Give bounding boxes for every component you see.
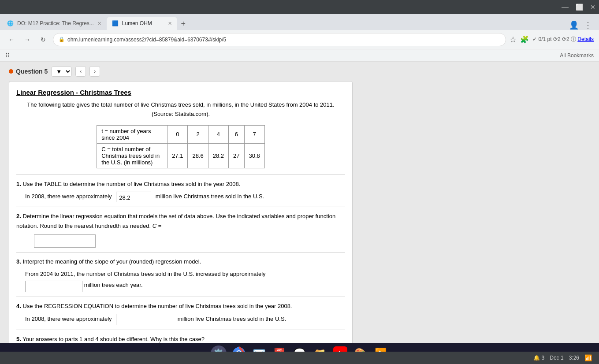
part4-input[interactable] [116, 314, 173, 325]
part5-text: Your answers to parts 1 and 4 should be … [22, 336, 205, 342]
date-display: Dec 1 [550, 355, 563, 361]
bookmark-bar: ⠿ All Bookmarks [0, 49, 599, 62]
wifi-icon: 📶 [584, 354, 592, 361]
menu-icon[interactable]: ⋮ [584, 20, 592, 30]
question-title: Question 5 [16, 68, 48, 75]
table-c0: 27.1 [167, 143, 188, 168]
part1-sentence: In 2008, there were approximately [25, 193, 112, 200]
apps-icon[interactable]: ⠿ [5, 52, 10, 59]
extensions-icon[interactable]: 🧩 [520, 35, 529, 44]
new-tab-btn[interactable]: + [177, 18, 190, 30]
reload-btn[interactable]: ↻ [37, 33, 49, 46]
lock-icon: 🔒 [59, 37, 65, 42]
content-area: Question 5 ▼ ‹ › Linear Regression - Chr… [0, 62, 599, 343]
url-text: ohm.lumenlearning.com/assess2/?cid=85879… [67, 37, 226, 43]
tab-active-icon: 🟦 [112, 20, 119, 26]
table-header-c: C = total number of Christmas trees sold… [97, 143, 167, 168]
tab-icon: 🌐 [7, 20, 14, 26]
title-bar: — ⬜ ✕ [0, 0, 599, 14]
time-display: 3:26 [569, 355, 579, 361]
table-t4: 4 [208, 125, 228, 143]
next-question-btn[interactable]: › [89, 66, 100, 77]
table-t6: 6 [229, 125, 244, 143]
table-t7: 7 [244, 125, 264, 143]
question-section-title: Linear Regression - Christmas Trees [16, 89, 345, 96]
part1-text: Use the TABLE to determine the number of… [22, 181, 240, 187]
minimize-btn[interactable]: — [562, 3, 569, 11]
part3-input[interactable] [25, 281, 82, 292]
tab-active-label: Lumen OHM [122, 20, 152, 26]
part4-suffix: million live Christmas trees sold in the… [178, 316, 286, 323]
part2-text: Determine the linear regression equation… [16, 213, 335, 229]
intro-text: The following table gives the total numb… [16, 100, 345, 119]
part4-answer-row: In 2008, there were approximately millio… [16, 314, 345, 325]
part4-number: 4. [16, 303, 21, 309]
question-part4: 4. Use the REGRESSION EQUATION to determ… [16, 297, 345, 325]
question-box: Linear Regression - Christmas Trees The … [9, 81, 353, 343]
window-controls: — ⬜ ✕ [562, 3, 595, 11]
browser-frame: — ⬜ ✕ 🌐 DO: M12 Practice: The Regres... … [0, 0, 599, 364]
profile-icon[interactable]: 👤 [569, 20, 579, 30]
table-t2: 2 [188, 125, 208, 143]
back-btn[interactable]: ← [5, 33, 18, 46]
question-label: Question 5 [9, 68, 48, 75]
taskbar: ⚙️ ✉️ 📅 💬 📁 [0, 343, 599, 364]
table-t0: 0 [167, 125, 188, 143]
part1-instruction: 1. Use the TABLE to determine the number… [16, 179, 345, 189]
tab-lumen[interactable]: 🟦 Lumen OHM ✕ [107, 17, 177, 30]
part4-text: Use the REGRESSION EQUATION to determine… [22, 303, 292, 309]
notification-badge: 🔔 3 [533, 355, 544, 361]
table-header-t: t = number of years since 2004 [97, 125, 167, 143]
question-select[interactable]: ▼ [51, 67, 72, 77]
part3-instruction: 3. Interpret the meaning of the slope of… [16, 257, 345, 267]
prev-question-btn[interactable]: ‹ [75, 66, 86, 77]
part3-answer-row: From 2004 to 2011, the number of Christm… [16, 269, 345, 292]
part3-number: 3. [16, 258, 21, 265]
part2-number: 2. [16, 213, 21, 219]
question-part2: 2. Determine the linear regression equat… [16, 207, 345, 248]
question-part5: 5. Your answers to parts 1 and 4 should … [16, 330, 345, 343]
address-bar[interactable]: 🔒 ohm.lumenlearning.com/assess2/?cid=858… [53, 33, 506, 46]
table-c6: 27 [229, 143, 244, 168]
table-c4: 28.2 [208, 143, 228, 168]
part3-sentence: From 2004 to 2011, the number of Christm… [25, 271, 266, 277]
nav-bar: ← → ↻ 🔒 ohm.lumenlearning.com/assess2/?c… [0, 30, 599, 49]
question-dot [9, 69, 13, 74]
part1-number: 1. [16, 181, 21, 187]
question-nav: Question 5 ▼ ‹ › [9, 66, 590, 77]
question-part1: 1. Use the TABLE to determine the number… [16, 175, 345, 202]
question-part3: 3. Interpret the meaning of the slope of… [16, 252, 345, 292]
part3-suffix: million trees each year. [84, 282, 143, 289]
table-c2: 28.6 [188, 143, 208, 168]
part1-input[interactable]: 28.2 [116, 192, 151, 202]
part4-instruction: 4. Use the REGRESSION EQUATION to determ… [16, 301, 345, 311]
part3-text: Interpret the meaning of the slope of yo… [22, 258, 201, 265]
part2-input[interactable] [34, 234, 96, 248]
tab-close-btn[interactable]: ✕ [97, 21, 101, 26]
star-icon[interactable]: ☆ [510, 35, 517, 45]
forward-btn[interactable]: → [21, 33, 33, 46]
table-c7: 30.8 [244, 143, 264, 168]
tab-practice[interactable]: 🌐 DO: M12 Practice: The Regres... ✕ [2, 17, 107, 30]
part1-suffix: million live Christmas trees sold in the… [156, 193, 264, 200]
tab-bar: 🌐 DO: M12 Practice: The Regres... ✕ 🟦 Lu… [0, 14, 599, 30]
maximize-btn[interactable]: ⬜ [576, 4, 583, 11]
part1-answer-row: In 2008, there were approximately 28.2 m… [16, 192, 345, 202]
all-bookmarks[interactable]: All Bookmarks [560, 52, 594, 59]
score-display: ✓ 0/1 pt ⟳2 ⟳2 ⓘ Details [532, 36, 594, 43]
part5-number: 5. [16, 336, 21, 342]
tab-active-close-btn[interactable]: ✕ [168, 21, 172, 26]
tab-label: DO: M12 Practice: The Regres... [17, 20, 94, 26]
part4-sentence: In 2008, there were approximately [25, 316, 112, 323]
part2-instruction: 2. Determine the linear regression equat… [16, 212, 345, 231]
nav-right: ☆ 🧩 ✓ 0/1 pt ⟳2 ⟳2 ⓘ Details [510, 35, 594, 45]
close-btn[interactable]: ✕ [590, 4, 595, 11]
data-table: t = number of years since 2004 0 2 4 6 7… [97, 125, 265, 168]
